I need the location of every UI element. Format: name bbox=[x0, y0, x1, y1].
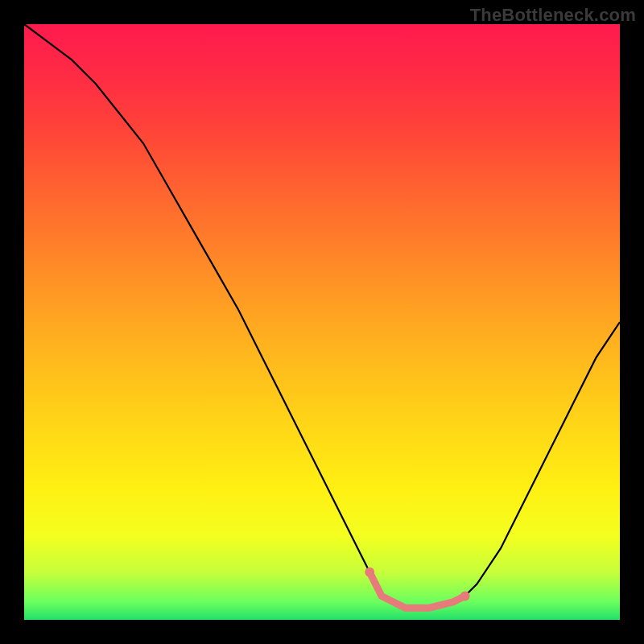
optimal-region-start-dot bbox=[365, 568, 374, 577]
chart-frame: TheBottleneck.com bbox=[0, 0, 644, 644]
watermark-text: TheBottleneck.com bbox=[470, 5, 636, 26]
chart-svg bbox=[24, 24, 620, 620]
plot-area bbox=[24, 24, 620, 620]
optimal-region-segment bbox=[369, 572, 464, 608]
bottleneck-curve-line bbox=[24, 24, 620, 608]
optimal-region-end-dot bbox=[460, 591, 470, 601]
